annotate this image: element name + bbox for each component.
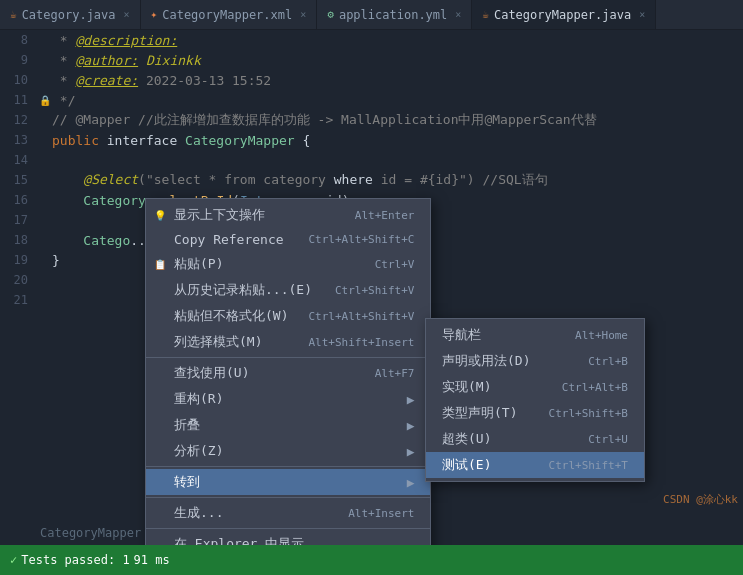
tests-label: Tests passed: 1 bbox=[21, 553, 129, 567]
menu-shortcut: Ctrl+Shift+T bbox=[549, 459, 628, 472]
menu-separator bbox=[146, 528, 430, 529]
line-number: 9 bbox=[0, 53, 38, 67]
menu-item-label: 从历史记录粘贴...(E) bbox=[174, 281, 315, 299]
lightbulb-icon: 💡 bbox=[154, 210, 166, 221]
menu-shortcut: Alt+Shift+Insert bbox=[308, 336, 414, 349]
line-number: 21 bbox=[0, 293, 38, 307]
code-line-15: 15 @Select("select * from category where… bbox=[0, 170, 743, 190]
menu-shortcut: Alt+F7 bbox=[375, 367, 415, 380]
code-line-8: 8 * @description: bbox=[0, 30, 743, 50]
submenu-item-test[interactable]: 测试(E) Ctrl+Shift+T bbox=[426, 452, 644, 478]
menu-item-generate[interactable]: 生成... Alt+Insert bbox=[146, 500, 430, 526]
menu-separator bbox=[146, 497, 430, 498]
menu-item-show-context[interactable]: 💡 显示上下文操作 Alt+Enter bbox=[146, 202, 430, 228]
line-number: 19 bbox=[0, 253, 38, 267]
line-number: 15 bbox=[0, 173, 38, 187]
submenu-item-nav[interactable]: 导航栏 Alt+Home bbox=[426, 322, 644, 348]
menu-item-label: Copy Reference bbox=[174, 232, 288, 247]
menu-item-column-select[interactable]: 列选择模式(M) Alt+Shift+Insert bbox=[146, 329, 430, 355]
context-menu: 💡 显示上下文操作 Alt+Enter Copy Reference Ctrl+… bbox=[145, 198, 431, 545]
line-number: 12 bbox=[0, 113, 38, 127]
menu-item-goto[interactable]: 转到 ▶ bbox=[146, 469, 430, 495]
menu-item-copy-ref[interactable]: Copy Reference Ctrl+Alt+Shift+C bbox=[146, 228, 430, 251]
status-tests: ✓ Tests passed: 1 91 ms bbox=[10, 553, 170, 567]
menu-item-label: 分析(Z) bbox=[174, 442, 402, 460]
menu-item-label: 转到 bbox=[174, 473, 402, 491]
line-number: 11 bbox=[0, 93, 38, 107]
menu-item-label: 查找使用(U) bbox=[174, 364, 355, 382]
menu-shortcut: Alt+Insert bbox=[348, 507, 414, 520]
tab-category-mapper-java[interactable]: ☕ CategoryMapper.java × bbox=[472, 0, 656, 29]
menu-shortcut: Ctrl+Alt+Shift+V bbox=[308, 310, 414, 323]
menu-item-label: 显示上下文操作 bbox=[174, 206, 335, 224]
status-bar: ✓ Tests passed: 1 91 ms bbox=[0, 545, 743, 575]
java-icon: ☕ bbox=[482, 8, 489, 21]
tab-label: CategoryMapper.xml bbox=[162, 8, 292, 22]
xml-icon: ✦ bbox=[151, 8, 158, 21]
menu-item-paste-no-format[interactable]: 粘贴但不格式化(W) Ctrl+Alt+Shift+V bbox=[146, 303, 430, 329]
code-line-11: 11 🔒 */ bbox=[0, 90, 743, 110]
menu-shortcut: Ctrl+Alt+Shift+C bbox=[308, 233, 414, 246]
menu-item-paste[interactable]: 📋 粘贴(P) Ctrl+V bbox=[146, 251, 430, 277]
menu-shortcut: Ctrl+Shift+V bbox=[335, 284, 414, 297]
menu-shortcut: Ctrl+V bbox=[375, 258, 415, 271]
submenu-item-label: 实现(M) bbox=[442, 378, 542, 396]
submenu-item-type-decl[interactable]: 类型声明(T) Ctrl+Shift+B bbox=[426, 400, 644, 426]
lock-icon: 🔒 bbox=[38, 95, 52, 106]
menu-item-show-explorer[interactable]: 在 Explorer 中显示 bbox=[146, 531, 430, 545]
tab-category-java[interactable]: ☕ Category.java × bbox=[0, 0, 141, 29]
menu-separator bbox=[146, 357, 430, 358]
submenu-item-label: 超类(U) bbox=[442, 430, 568, 448]
tab-category-mapper-xml[interactable]: ✦ CategoryMapper.xml × bbox=[141, 0, 318, 29]
menu-item-folding[interactable]: 折叠 ▶ bbox=[146, 412, 430, 438]
editor-area: 8 * @description: 9 * @author: Dixinkk 1… bbox=[0, 30, 743, 545]
tab-application-yml[interactable]: ⚙ application.yml × bbox=[317, 0, 472, 29]
menu-shortcut: Ctrl+B bbox=[588, 355, 628, 368]
menu-item-label: 粘贴但不格式化(W) bbox=[174, 307, 288, 325]
submenu-item-label: 类型声明(T) bbox=[442, 404, 529, 422]
line-number: 20 bbox=[0, 273, 38, 287]
line-number: 10 bbox=[0, 73, 38, 87]
menu-shortcut: Alt+Home bbox=[575, 329, 628, 342]
menu-item-analyze[interactable]: 分析(Z) ▶ bbox=[146, 438, 430, 464]
menu-item-find-usage[interactable]: 查找使用(U) Alt+F7 bbox=[146, 360, 430, 386]
goto-submenu: 导航栏 Alt+Home 声明或用法(D) Ctrl+B 实现(M) Ctrl+… bbox=[425, 318, 645, 482]
line-number: 16 bbox=[0, 193, 38, 207]
submenu-item-impl[interactable]: 实现(M) Ctrl+Alt+B bbox=[426, 374, 644, 400]
submenu-arrow: ▶ bbox=[407, 444, 415, 459]
menu-shortcut: Ctrl+U bbox=[588, 433, 628, 446]
line-number: 13 bbox=[0, 133, 38, 147]
menu-item-paste-history[interactable]: 从历史记录粘贴...(E) Ctrl+Shift+V bbox=[146, 277, 430, 303]
tab-close[interactable]: × bbox=[455, 9, 461, 20]
line-number: 14 bbox=[0, 153, 38, 167]
tab-label: CategoryMapper.java bbox=[494, 8, 631, 22]
menu-item-label: 列选择模式(M) bbox=[174, 333, 288, 351]
code-line-9: 9 * @author: Dixinkk bbox=[0, 50, 743, 70]
code-line-10: 10 * @create: 2022-03-13 15:52 bbox=[0, 70, 743, 90]
paste-icon: 📋 bbox=[154, 259, 166, 270]
tab-label: application.yml bbox=[339, 8, 447, 22]
check-icon: ✓ bbox=[10, 553, 17, 567]
menu-shortcut: Ctrl+Shift+B bbox=[549, 407, 628, 420]
tab-close[interactable]: × bbox=[300, 9, 306, 20]
menu-shortcut: Alt+Enter bbox=[355, 209, 415, 222]
code-line-14: 14 bbox=[0, 150, 743, 170]
submenu-item-label: 测试(E) bbox=[442, 456, 529, 474]
submenu-item-declaration[interactable]: 声明或用法(D) Ctrl+B bbox=[426, 348, 644, 374]
tab-bar: ☕ Category.java × ✦ CategoryMapper.xml ×… bbox=[0, 0, 743, 30]
code-line-12: 12 // @Mapper //此注解增加查数据库的功能 -> MallAppl… bbox=[0, 110, 743, 130]
line-number: 18 bbox=[0, 233, 38, 247]
menu-item-label: 粘贴(P) bbox=[174, 255, 355, 273]
submenu-arrow: ▶ bbox=[407, 475, 415, 490]
menu-item-refactor[interactable]: 重构(R) ▶ bbox=[146, 386, 430, 412]
watermark: CSDN @涂心kk bbox=[663, 492, 738, 507]
menu-item-label: 在 Explorer 中显示 bbox=[174, 535, 414, 545]
java-icon: ☕ bbox=[10, 8, 17, 21]
tab-close[interactable]: × bbox=[124, 9, 130, 20]
menu-separator bbox=[146, 466, 430, 467]
menu-item-label: 重构(R) bbox=[174, 390, 402, 408]
tab-close[interactable]: × bbox=[639, 9, 645, 20]
menu-item-label: 折叠 bbox=[174, 416, 402, 434]
submenu-item-super[interactable]: 超类(U) Ctrl+U bbox=[426, 426, 644, 452]
submenu-item-label: 声明或用法(D) bbox=[442, 352, 568, 370]
